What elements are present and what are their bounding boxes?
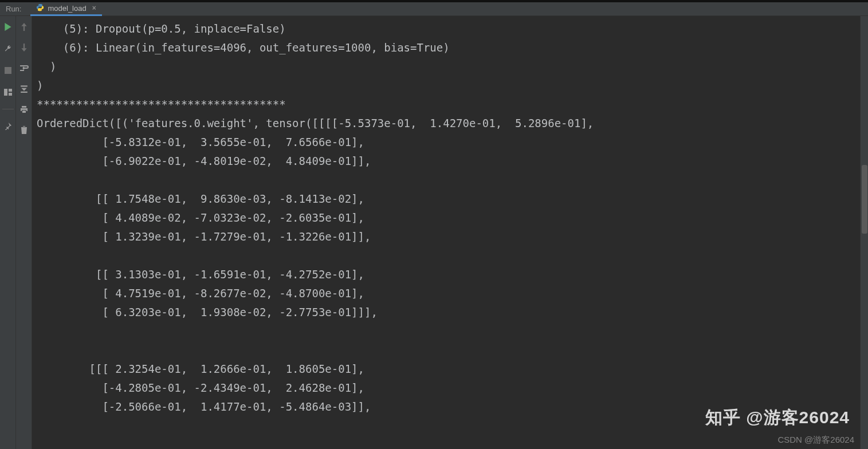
- run-config-tab[interactable]: model_load ×: [30, 2, 101, 16]
- pin-icon[interactable]: [3, 121, 13, 131]
- scroll-to-end-icon[interactable]: [19, 84, 29, 94]
- wrench-icon[interactable]: [3, 44, 13, 54]
- down-arrow-icon[interactable]: [19, 42, 29, 53]
- console-output-area[interactable]: (5): Dropout(p=0.5, inplace=False) (6): …: [32, 16, 860, 449]
- tool-sidebar: [0, 16, 16, 449]
- trash-icon[interactable]: [19, 125, 29, 135]
- scrollbar-track[interactable]: [860, 16, 868, 449]
- run-label[interactable]: Run:: [6, 5, 21, 13]
- svg-rect-1: [4, 89, 7, 96]
- scrollbar-thumb[interactable]: [862, 165, 867, 234]
- watermark-csdn: CSDN @游客26024: [777, 435, 854, 446]
- console-text: (5): Dropout(p=0.5, inplace=False) (6): …: [37, 19, 860, 416]
- svg-rect-0: [5, 67, 11, 74]
- softwrap-icon[interactable]: [19, 63, 29, 73]
- print-icon[interactable]: [19, 104, 29, 115]
- up-arrow-icon[interactable]: [19, 22, 29, 32]
- tab-label: model_load: [48, 4, 86, 13]
- python-icon: [36, 3, 44, 13]
- play-icon[interactable]: [3, 22, 13, 32]
- console-controls: [16, 16, 32, 449]
- run-panel-header: Run: model_load ×: [0, 2, 868, 16]
- close-tab-icon[interactable]: ×: [92, 4, 96, 12]
- stop-icon[interactable]: [3, 65, 13, 76]
- separator: [2, 109, 14, 109]
- layout-icon[interactable]: [3, 87, 13, 97]
- svg-rect-2: [9, 89, 12, 92]
- svg-rect-3: [9, 93, 12, 96]
